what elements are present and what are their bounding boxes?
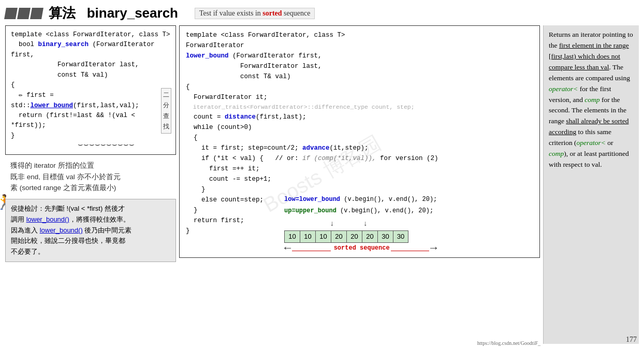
code-line-6: ✏ first = std::lower_bound(first,last,va… [11,90,170,111]
code-line-4: const T& val) [11,70,170,80]
advance-func: advance [302,144,330,152]
arrows-row: ↓ ↓ [330,218,437,229]
array-diagram: low=lower_bound (v.begin(), v.end(), 20)… [284,195,437,253]
note-section: 🏃 侯捷檢討：先判斷 !(val < *first) 然後才 調用 lower_… [5,199,176,262]
main-content: template <class ForwardIterator, class T… [5,25,639,344]
url-label: https://blog.csdn.net/GoodtiF_ [477,340,540,346]
array-row: 10 10 10 20 20 20 30 30 [284,230,437,243]
curly-brace: ⌣⌣⌣⌣⌣⌣⌣⌣⌣⌣ [42,141,170,149]
comp-2: comp [549,150,564,157]
code-line-5: { [11,80,170,90]
side-label-二: 二 [163,90,169,100]
code-l7: ForwardIterator it; [186,92,533,103]
icon-block-1 [4,8,18,19]
note-line-5: 不必要了。 [11,247,170,257]
lower-bound-code-box: 二 分 查 找 template <class ForwardIterator,… [179,25,540,258]
code-l11: { [186,133,533,143]
upper-bound-call: up=upper_bound [284,207,336,214]
code-l5: const T& val) [186,71,533,82]
code-l15: count -= step+1; [186,174,533,184]
note-line-1: 侯捷檢討：先判斷 !(val < *first) 然後才 [11,204,170,214]
subtitle: Test if value exists in sorted sequence [195,8,315,19]
operator-lt-1: operator< [549,85,578,93]
code-l14: first =++ it; [186,164,533,174]
lower-bound-ref: lower_bound [31,102,74,109]
title-zh: 算法 [49,5,76,21]
page-container: Boosts 博客园 算法 binary_search Test if valu… [0,0,644,348]
code-l19: return first; [186,215,264,226]
code-l20: } [186,226,264,236]
operator-lt-2: operator< [577,139,606,147]
right-panel: Returns an iterator pointing to the firs… [543,25,639,344]
lower-bound-call: low=lower_bound [284,196,340,203]
cell-6: 30 [377,230,393,243]
cell-4: 20 [346,230,362,243]
side-label: 二 分 查 找 [161,88,171,134]
right-text: Returns an iterator pointing to the firs… [549,30,634,170]
code-line-1: template <class ForwardIterator, class T… [11,30,170,40]
cell-2: 10 [315,230,331,243]
subtitle-sorted: sorted [262,9,282,17]
side-label-找: 找 [163,121,169,132]
code-l2: ForwardIterator [186,40,533,51]
cell-3: 20 [331,230,346,243]
header: 算法 binary_search Test if value exists in… [5,4,639,22]
cell-1: 10 [300,230,315,243]
code-remainder: else count=step; } return first; } [186,195,264,236]
sequence-label: sorted sequence [334,243,390,253]
annotation-line-2: 既非 end, 目標值 val 亦不小於首元 [10,171,176,183]
side-label-查: 查 [163,111,169,121]
lower-bound-link-2: lower_bound() [40,226,83,234]
bound-label-up: up=upper_bound (v.begin(), v.end(), 20); [284,206,437,216]
code-l12: it = first; step=count/2; advance(it,ste… [186,143,533,153]
title-en: binary_search [87,5,178,21]
code-l18: } [186,205,264,215]
code-line-3: ForwardIterator last, [11,60,170,70]
page-number: 177 [626,336,637,344]
code-l10: while (count>0) [186,122,533,133]
left-panel: template <class ForwardIterator, class T… [5,25,176,344]
left-arrow-seq: ← [284,245,291,251]
icon-block-2 [17,8,31,19]
annotation-line-1: 獲得的 iterator 所指的位置 [10,160,176,171]
code-l8: iterator_traits<ForwardIterator>::differ… [186,103,533,112]
cell-7: 30 [393,230,408,243]
code-line-2: bool binary_search (ForwardIterator firs… [11,40,170,60]
note-box: 侯捷檢討：先判斷 !(val < *first) 然後才 調用 lower_bo… [5,199,176,262]
arrow-up: ↓ [363,218,367,229]
binary-search-code-box: template <class ForwardIterator, class T… [5,25,176,155]
comp-comment: if (comp(*it,val)), [302,155,376,162]
code-l1: template <class ForwardIterator, class T… [186,30,533,40]
header-icons [5,8,42,19]
annotation-line-3: 素 (sorted range 之首元素值最小) [10,182,176,194]
shall-already: shall already be sorted according [549,117,628,136]
right-first-text: first element in the range [first,last) … [549,41,629,71]
lower-section: else count=step; } return first; } low=l… [186,195,533,253]
code-l16: } [186,184,533,195]
annotation-box: 獲得的 iterator 所指的位置 既非 end, 目標值 val 亦不小於首… [5,158,176,196]
lower-bound-func: lower_bound [186,52,229,60]
code-l17: else count=step; [186,195,264,205]
distance-func: distance [225,113,256,121]
middle-panel: 二 分 查 找 template <class ForwardIterator,… [179,25,540,344]
side-label-分: 分 [163,100,169,110]
code-l9: count = distance(first,last); [186,112,533,122]
icon-block-3 [30,8,43,19]
cell-5: 20 [362,230,377,243]
page-title: 算法 binary_search [49,4,178,22]
right-arrow-seq: → [430,245,437,251]
comp-1: comp [584,96,599,104]
cell-0: 10 [284,230,300,243]
bound-label-low: low=lower_bound (v.begin(), v.end(), 20)… [284,195,437,205]
code-l13: if (*it < val) { // or: if (comp(*it,val… [186,153,533,164]
note-line-2: 調用 lower_bound()，將獲得較佳效率。 [11,214,170,225]
code-l6: { [186,82,533,92]
arrow-low: ↓ [330,218,334,229]
code-l3: lower_bound (ForwardIterator first, [186,51,533,61]
note-line-4: 開始比較，雖說二分搜尋也快，畢竟都 [11,236,170,247]
binary-search-keyword: binary_search [38,41,89,48]
sequence-label-row: ← sorted sequence → [284,243,437,253]
code-line-7: return (first!=last && !(val < *first)); [11,111,170,131]
code-l4: ForwardIterator last, [186,61,533,71]
note-line-3: 因為進入 lower_bound() 後乃由中間元素 [11,225,170,236]
